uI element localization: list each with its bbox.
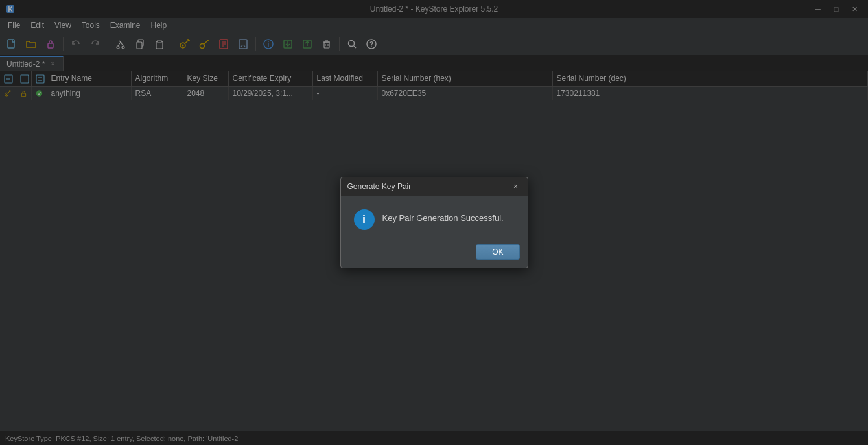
dialog-info-icon: i: [354, 209, 375, 230]
dialog-footer: OK: [341, 239, 528, 268]
dialog-close-button[interactable]: ×: [511, 181, 521, 192]
dialog-generate-keypair: Generate Key Pair × i Key Pair Generatio…: [340, 177, 528, 268]
dialog-ok-button[interactable]: OK: [476, 244, 519, 260]
dialog-title: Generate Key Pair: [347, 182, 412, 191]
modal-overlay: Generate Key Pair × i Key Pair Generatio…: [0, 0, 868, 445]
dialog-body: i Key Pair Generation Successful.: [341, 196, 528, 239]
dialog-title-bar: Generate Key Pair ×: [341, 177, 528, 196]
dialog-message: Key Pair Generation Successful.: [382, 209, 504, 223]
